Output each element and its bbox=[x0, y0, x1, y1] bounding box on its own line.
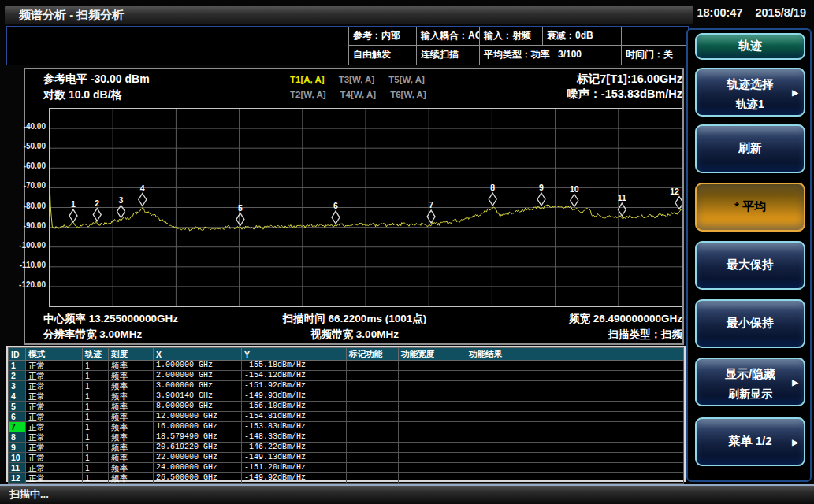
cell-width bbox=[399, 381, 466, 391]
marker-number-2: 2 bbox=[95, 198, 99, 208]
cell-y: -149.13dBm/Hz bbox=[242, 453, 347, 463]
softkey-show-hide[interactable]: 显示/隐藏刷新显示▶ bbox=[695, 358, 805, 406]
marker-number-6: 6 bbox=[333, 201, 338, 210]
marker-table-row[interactable]: 5正常1频率8.000000 GHz-156.10dBm/Hz bbox=[9, 402, 684, 412]
cell-result bbox=[466, 443, 684, 453]
trace-status-t6: T6[W, A] bbox=[390, 90, 426, 99]
setting-input-coupling: 输入耦合：AC bbox=[417, 27, 480, 46]
cell-id: 9 bbox=[9, 443, 26, 453]
marker-table-row[interactable]: 1正常1频率1.000000 GHz-155.18dBm/Hz bbox=[9, 361, 684, 371]
cell-x: 12.000000 GHz bbox=[154, 412, 242, 422]
marker-table-row[interactable]: 9正常1频率20.619220 GHz-146.22dBm/Hz bbox=[9, 443, 684, 453]
y-axis-label: -90.00 bbox=[0, 221, 46, 230]
cell-width bbox=[399, 453, 466, 463]
softkey-max-hold[interactable]: 最大保持 bbox=[695, 241, 805, 290]
cell-func bbox=[347, 473, 399, 484]
marker-table-row[interactable]: 8正常1频率18.579490 GHz-148.33dBm/Hz bbox=[9, 432, 684, 443]
softkey-refresh[interactable]: 刷新 bbox=[695, 124, 805, 173]
cell-id: 5 bbox=[9, 402, 26, 412]
cell-mode: 正常 bbox=[26, 402, 83, 412]
cell-y: -155.18dBm/Hz bbox=[242, 361, 347, 371]
trace-status-t2: T2[W, A] bbox=[290, 90, 326, 99]
cell-y: -154.12dBm/Hz bbox=[242, 371, 347, 381]
cell-func bbox=[347, 402, 399, 412]
y-axis-label: -120.00 bbox=[0, 280, 46, 289]
marker-table-row[interactable]: 4正常1频率3.900140 GHz-149.93dBm/Hz bbox=[9, 391, 684, 402]
clock: 18:00:472015/8/19 bbox=[684, 6, 806, 19]
sweep-type-text: 扫描类型：扫频 bbox=[608, 328, 683, 342]
softkey-average[interactable]: * 平均 bbox=[695, 183, 805, 232]
y-axis-label: -50.00 bbox=[0, 142, 46, 150]
cell-scale: 频率 bbox=[109, 432, 154, 443]
cell-width bbox=[399, 371, 466, 381]
marker-diamond-10 bbox=[571, 195, 578, 207]
marker-diamond-6 bbox=[332, 211, 340, 224]
marker-diamond-2 bbox=[93, 209, 101, 221]
marker-table-row[interactable]: 2正常1频率2.000000 GHz-154.12dBm/Hz bbox=[9, 371, 684, 381]
table-header-cell: 标记功能 bbox=[347, 348, 399, 361]
cell-trace: 1 bbox=[83, 361, 109, 371]
cell-trace: 1 bbox=[83, 391, 109, 402]
cell-scale: 频率 bbox=[109, 391, 154, 402]
cell-width bbox=[399, 412, 466, 422]
cell-id: 11 bbox=[9, 463, 26, 473]
cell-trace: 1 bbox=[83, 371, 109, 381]
cell-id: 4 bbox=[9, 391, 26, 402]
cell-y: -151.92dBm/Hz bbox=[242, 381, 347, 391]
cell-mode: 正常 bbox=[26, 371, 83, 381]
softkey-min-hold[interactable]: 最小保持 bbox=[695, 299, 805, 348]
window-title: 频谱分析 - 扫频分析 bbox=[5, 6, 693, 24]
cell-func bbox=[347, 422, 399, 432]
cell-y: -149.92dBm/Hz bbox=[242, 473, 347, 484]
cell-trace: 1 bbox=[83, 402, 109, 412]
cell-func bbox=[347, 443, 399, 453]
marker-table-row[interactable]: 11正常1频率24.000000 GHz-151.20dBm/Hz bbox=[9, 463, 684, 473]
cell-result bbox=[466, 432, 684, 443]
marker-table-row[interactable]: 7正常1频率16.000000 GHz-153.83dBm/Hz bbox=[9, 422, 684, 432]
marker-number-7: 7 bbox=[429, 200, 433, 209]
cell-width bbox=[399, 402, 466, 412]
table-header-cell: 轨迹 bbox=[83, 348, 109, 361]
marker-table-row[interactable]: 12正常1频率26.500000 GHz-149.92dBm/Hz bbox=[9, 473, 684, 484]
marker-table-row[interactable]: 10正常1频率22.000000 GHz-149.13dBm/Hz bbox=[9, 453, 684, 463]
cell-trace: 1 bbox=[83, 463, 109, 473]
table-header-cell: ID bbox=[9, 348, 26, 361]
cell-y: -156.10dBm/Hz bbox=[242, 402, 347, 412]
softkey-trace-select[interactable]: 轨迹选择轨迹1▶ bbox=[695, 68, 805, 117]
avg-type-label: 平均类型：功率 bbox=[484, 49, 550, 60]
table-header-cell: 功能结果 bbox=[466, 348, 684, 361]
marker-readout-line2: 噪声：-153.83dBm/Hz bbox=[567, 87, 682, 102]
marker-table: ID模式轨迹刻度XY标记功能功能宽度功能结果 1正常1频率1.000000 GH… bbox=[8, 347, 684, 484]
cell-width bbox=[399, 391, 466, 402]
cell-result bbox=[466, 361, 684, 371]
softkey-menu-title[interactable]: 轨迹 bbox=[695, 33, 805, 60]
setting-average: 平均类型：功率3/100 bbox=[480, 46, 622, 65]
softkey-label: 最大保持 bbox=[697, 243, 804, 287]
softkey-menu-page[interactable]: 菜单 1/2▶ bbox=[695, 417, 805, 466]
marker-number-12: 12 bbox=[670, 187, 679, 196]
marker-diamond-7 bbox=[427, 210, 435, 223]
time-text: 18:00:47 bbox=[697, 6, 742, 19]
settings-grid: 参考：内部 输入耦合：AC 输入：射频 衰减：0dB 自由触发 连续扫描 平均类… bbox=[349, 27, 688, 65]
vbw-text: 视频带宽 3.00MHz bbox=[197, 328, 512, 342]
marker-table-row[interactable]: 3正常1频率3.000000 GHz-151.92dBm/Hz bbox=[9, 381, 684, 391]
cell-mode: 正常 bbox=[26, 422, 83, 432]
cell-func bbox=[347, 381, 399, 391]
marker-table-row[interactable]: 6正常1频率12.000000 GHz-154.81dBm/Hz bbox=[9, 412, 684, 422]
cell-trace: 1 bbox=[83, 473, 109, 484]
cell-width bbox=[399, 473, 466, 484]
cell-result bbox=[466, 402, 684, 412]
submenu-arrow-icon: ▶ bbox=[792, 378, 798, 387]
y-axis-label: -60.00 bbox=[0, 161, 46, 170]
cell-mode: 正常 bbox=[26, 381, 83, 391]
marker-diamond-1 bbox=[69, 209, 77, 222]
cell-func bbox=[347, 371, 399, 381]
cell-scale: 频率 bbox=[109, 453, 154, 463]
y-axis-label: -40.00 bbox=[0, 122, 46, 131]
table-header-cell: X bbox=[154, 348, 242, 361]
rbw-text: 分辨率带宽 3.00MHz bbox=[43, 328, 142, 342]
setting-attenuation: 衰减：0dB bbox=[543, 27, 622, 46]
cell-x: 22.000000 GHz bbox=[154, 453, 242, 463]
cell-y: -146.22dBm/Hz bbox=[242, 443, 347, 453]
cell-trace: 1 bbox=[83, 443, 109, 453]
